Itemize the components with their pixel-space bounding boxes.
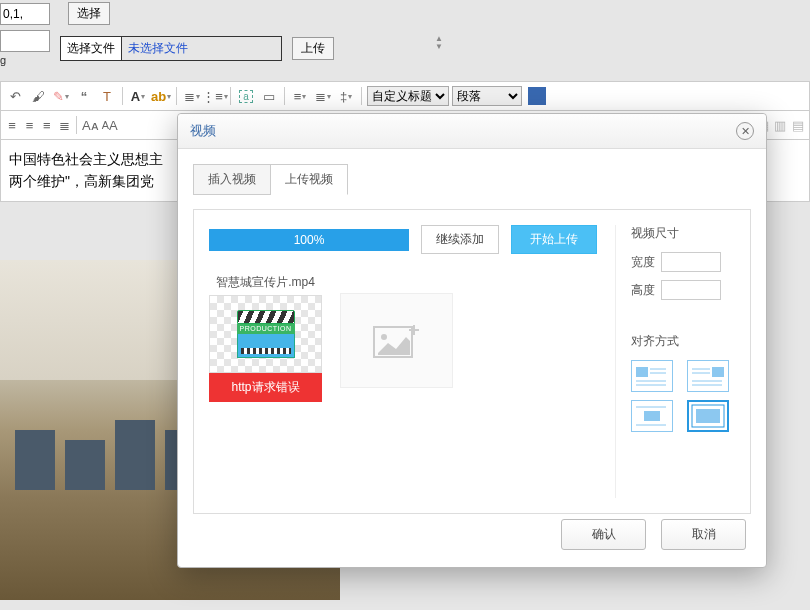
- clapperboard-icon: PRODUCTION: [237, 310, 295, 358]
- svg-rect-16: [696, 409, 720, 423]
- cancel-button[interactable]: 取消: [661, 519, 746, 550]
- upload-error-label: http请求错误: [209, 373, 322, 402]
- g-label: g: [0, 54, 50, 66]
- svg-rect-2: [636, 367, 648, 377]
- table3-icon[interactable]: ▤: [791, 115, 805, 135]
- choose-file-button[interactable]: 选择文件: [60, 36, 122, 61]
- align-option-4[interactable]: [687, 400, 729, 432]
- editor-toolbar: ↶ 🖌 ✎ “ T A ab ≣ ⋮≡ a ▭ ≡ ≣ ‡ 自定义标题 段落: [0, 81, 810, 111]
- align-label: 对齐方式: [631, 333, 735, 350]
- align-icon[interactable]: ≡: [290, 86, 310, 106]
- page-icon[interactable]: ▭: [259, 86, 279, 106]
- dialog-tabs: 插入视频 上传视频: [193, 164, 751, 195]
- ok-button[interactable]: 确认: [561, 519, 646, 550]
- case-icon[interactable]: Aᴀ: [82, 115, 99, 135]
- ordered-list-icon[interactable]: ≣: [182, 86, 202, 106]
- image-plus-icon: [372, 321, 422, 361]
- font-size-icon[interactable]: AA: [102, 115, 118, 135]
- title-style-select[interactable]: 自定义标题: [367, 86, 449, 106]
- dialog-title: 视频: [190, 122, 216, 140]
- file-status-text: 未选择文件: [122, 36, 282, 61]
- text-style-icon[interactable]: T: [97, 86, 117, 106]
- abc-box-icon[interactable]: a: [236, 86, 256, 106]
- svg-point-1: [381, 334, 387, 340]
- align-justify-icon[interactable]: ≣: [57, 115, 71, 135]
- tab-upload-video[interactable]: 上传视频: [271, 164, 348, 195]
- unordered-list-icon[interactable]: ⋮≡: [205, 86, 225, 106]
- upload-panel: 100% 继续添加 开始上传 智慧城宣传片.mp4 PRODUCTION: [193, 209, 751, 514]
- uploaded-file-thumb[interactable]: 智慧城宣传片.mp4 PRODUCTION http请求错误: [209, 274, 322, 402]
- add-file-placeholder[interactable]: [340, 293, 453, 388]
- video-dialog: 视频 ✕ 插入视频 上传视频 100% 继续添加 开始上传 智慧城宣传片.mp4: [177, 113, 767, 568]
- width-input[interactable]: [661, 252, 721, 272]
- file-name-label: 智慧城宣传片.mp4: [209, 274, 322, 291]
- stepper-down-icon[interactable]: ▼: [435, 43, 443, 51]
- paragraph-select[interactable]: 段落: [452, 86, 522, 106]
- number-stepper[interactable]: ▲ ▼: [435, 35, 443, 51]
- align-option-1[interactable]: [631, 360, 673, 392]
- width-label: 宽度: [631, 254, 655, 271]
- svg-rect-7: [712, 367, 724, 377]
- table2-icon[interactable]: ▥: [773, 115, 787, 135]
- height-input[interactable]: [661, 280, 721, 300]
- undo-icon[interactable]: ↶: [5, 86, 25, 106]
- height-label: 高度: [631, 282, 655, 299]
- close-icon[interactable]: ✕: [736, 122, 754, 140]
- align-center-icon[interactable]: ≡: [22, 115, 36, 135]
- continue-add-button[interactable]: 继续添加: [421, 225, 499, 254]
- fullscreen-icon[interactable]: [528, 87, 546, 105]
- align-right-icon[interactable]: ≡: [40, 115, 54, 135]
- quote-icon[interactable]: “: [74, 86, 94, 106]
- svg-rect-13: [644, 411, 660, 421]
- tab-insert-video[interactable]: 插入视频: [193, 164, 271, 195]
- align-option-2[interactable]: [687, 360, 729, 392]
- align2-icon[interactable]: ≣: [313, 86, 333, 106]
- dialog-header: 视频 ✕: [178, 114, 766, 149]
- upload-progress-bar: 100%: [209, 229, 409, 251]
- format-paint-icon[interactable]: ✎: [51, 86, 71, 106]
- numeric-input[interactable]: [0, 3, 50, 25]
- line-height-icon[interactable]: ‡: [336, 86, 356, 106]
- start-upload-button[interactable]: 开始上传: [511, 225, 597, 254]
- select-button[interactable]: 选择: [68, 2, 110, 25]
- video-size-label: 视频尺寸: [631, 225, 735, 242]
- align-left-icon[interactable]: ≡: [5, 115, 19, 135]
- secondary-input[interactable]: [0, 30, 50, 52]
- align-option-3[interactable]: [631, 400, 673, 432]
- upload-button-top[interactable]: 上传: [292, 37, 334, 60]
- font-color-icon[interactable]: A: [128, 86, 148, 106]
- highlight-icon[interactable]: ab: [151, 86, 171, 106]
- brush-icon[interactable]: 🖌: [28, 86, 48, 106]
